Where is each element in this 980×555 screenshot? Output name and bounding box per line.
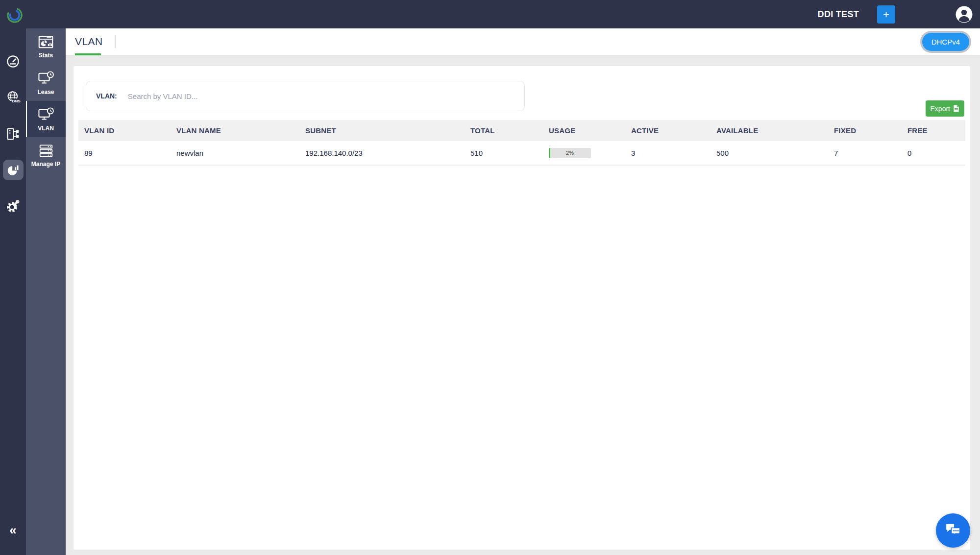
col-header-fixed: FIXED (828, 120, 902, 141)
export-button[interactable]: Export (926, 100, 964, 117)
sidebar-item-dns[interactable]: DNS (5, 89, 22, 106)
dns-globe-icon: DNS (5, 90, 21, 105)
dhcpv4-mode-button[interactable]: DHCPv4 (922, 33, 969, 51)
gear-wrench-icon (5, 199, 21, 214)
sidebar-item-label: Stats (39, 52, 53, 59)
col-header-available: AVAILABLE (710, 120, 828, 141)
cell-free: 0 (902, 141, 965, 165)
sidebar-item-label: Manage IP (31, 161, 60, 168)
stats-window-icon (38, 35, 54, 49)
vlan-table: VLAN ID VLAN NAME SUBNET TOTAL USAGE ACT… (78, 120, 965, 166)
workspace-title: DDI TEST (818, 0, 859, 28)
active-tab-underline (75, 53, 101, 55)
vlan-search-input[interactable] (128, 86, 524, 106)
export-file-icon (953, 105, 959, 112)
user-avatar[interactable] (955, 5, 973, 24)
cell-subnet: 192.168.140.0/23 (299, 141, 465, 165)
tab-label: VLAN (75, 36, 102, 48)
cell-available: 500 (710, 141, 828, 165)
usage-percent-label: 2% (549, 148, 591, 158)
sidebar-item-manage-ip[interactable]: Manage IP (26, 137, 66, 173)
col-header-vlan-name: VLAN NAME (171, 120, 299, 141)
main-area: VLAN DHCPv4 VLAN: Export (66, 28, 980, 555)
primary-sidebar: DNS (0, 0, 26, 555)
gauge-icon (5, 54, 21, 69)
sidebar-item-ipam[interactable] (5, 125, 22, 142)
sidebar-item-stats[interactable]: Stats (26, 28, 66, 65)
chat-widget-button[interactable] (936, 513, 970, 548)
monitor-clock-icon (38, 107, 54, 122)
cell-vlan-name: newvlan (171, 141, 299, 165)
sidebar-item-label: Lease (37, 89, 54, 96)
export-label: Export (931, 105, 950, 113)
cell-vlan-id: 89 (78, 141, 171, 165)
secondary-sidebar: Stats Lease VLAN (26, 28, 66, 555)
tab-separator (115, 35, 116, 48)
sidebar-item-lease[interactable]: Lease (26, 65, 66, 101)
sidebar-item-settings[interactable] (5, 198, 22, 215)
chat-bubbles-icon (944, 522, 962, 539)
app-logo-icon (4, 3, 25, 25)
cell-fixed: 7 (828, 141, 902, 165)
sidebar-item-label: VLAN (38, 125, 54, 132)
col-header-free: FREE (902, 120, 965, 141)
sidebar-item-vlan[interactable]: VLAN (26, 101, 66, 137)
top-bar: DDI TEST + (0, 0, 980, 28)
svg-text:DNS: DNS (12, 99, 21, 103)
account-icon (955, 5, 973, 24)
sidebar-item-dashboard[interactable] (5, 53, 22, 70)
content-area: VLAN: Export (66, 55, 980, 555)
tab-bar: VLAN DHCPv4 (66, 28, 980, 55)
vlan-card: VLAN: Export (74, 66, 970, 550)
add-button[interactable]: + (877, 5, 895, 24)
cell-usage: 2% (543, 141, 625, 165)
col-header-vlan-id: VLAN ID (78, 120, 171, 141)
col-header-total: TOTAL (465, 120, 543, 141)
server-tree-icon (5, 126, 21, 142)
table-header-row: VLAN ID VLAN NAME SUBNET TOTAL USAGE ACT… (78, 120, 965, 141)
collapse-chevrons-icon: « (9, 523, 16, 537)
col-header-active: ACTIVE (625, 120, 710, 141)
search-label: VLAN: (96, 92, 117, 100)
sidebar-item-dhcp-stats[interactable] (3, 160, 24, 180)
monitor-clock-icon (38, 71, 54, 86)
vlan-search-box: VLAN: (86, 81, 525, 111)
cell-total: 510 (465, 141, 543, 165)
server-stack-icon (38, 144, 54, 158)
col-header-subnet: SUBNET (299, 120, 465, 141)
cell-active: 3 (625, 141, 710, 165)
table-row[interactable]: 89 newvlan 192.168.140.0/23 510 2% 3 (78, 141, 965, 165)
pie-bar-chart-icon (6, 163, 21, 177)
tab-vlan[interactable]: VLAN (75, 28, 102, 55)
col-header-usage: USAGE (543, 120, 625, 141)
collapse-sidebar-button[interactable]: « (0, 524, 26, 536)
usage-progress-bar: 2% (549, 148, 591, 158)
